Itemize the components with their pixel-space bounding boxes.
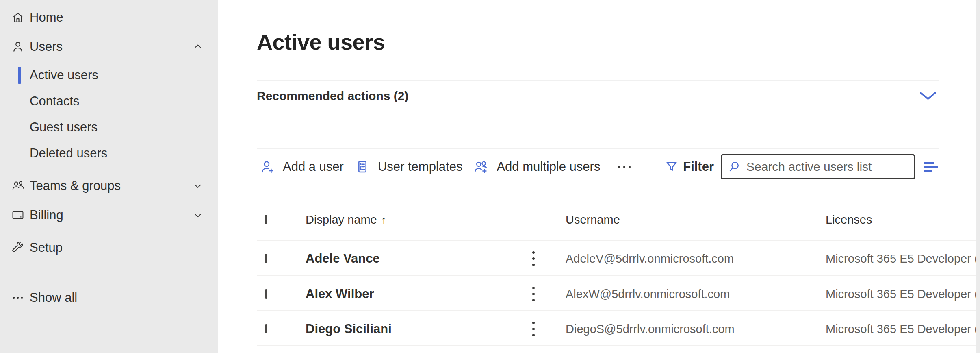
scrollbar[interactable] <box>976 0 980 353</box>
sidebar-item-contacts[interactable]: Contacts <box>0 88 218 114</box>
more-ellipsis-icon[interactable] <box>616 162 633 172</box>
sidebar-item-setup[interactable]: Setup <box>0 235 218 261</box>
divider <box>257 80 939 81</box>
main-content: Active users Recommended actions (2) <box>218 0 980 353</box>
sidebar-item-deleted-users[interactable]: Deleted users <box>0 140 218 166</box>
user-licenses: Microsoft 365 E5 Developer (without Wind… <box>826 252 980 265</box>
sort-ascending-arrow-icon: ↑ <box>381 214 387 226</box>
row-checkbox[interactable] <box>265 289 267 299</box>
sidebar-item-label: Guest users <box>30 120 98 135</box>
row-checkbox[interactable] <box>265 254 267 263</box>
actions-toolbar: Add a user User tem <box>257 153 939 181</box>
table-row: Alex Wilber AlexW@5drrlv.onmicrosoft.com… <box>257 276 980 312</box>
add-multiple-users-button[interactable]: Add multiple users <box>473 159 600 175</box>
row-more-actions-kebab-icon[interactable] <box>528 284 539 304</box>
sidebar-item-label: Deleted users <box>30 146 107 161</box>
sidebar: Home Users Active users Contacts Guest u… <box>0 0 218 353</box>
row-checkbox[interactable] <box>265 324 267 333</box>
column-header-username[interactable]: Username <box>566 213 620 227</box>
chevron-up-icon <box>193 41 203 52</box>
table-row: Adele Vance AdeleV@5drrlv.onmicrosoft.co… <box>257 241 980 276</box>
select-all-checkbox[interactable] <box>265 215 267 224</box>
add-user-button[interactable]: Add a user <box>259 159 344 175</box>
column-header-licenses[interactable]: Licenses <box>826 213 872 227</box>
sort-lines-icon[interactable] <box>922 159 939 175</box>
sidebar-item-label: Home <box>30 10 63 25</box>
sidebar-item-label: Contacts <box>30 94 79 109</box>
selected-indicator <box>18 67 21 84</box>
filter-button[interactable]: Filter <box>664 159 714 174</box>
sidebar-item-label: Show all <box>30 290 77 305</box>
search-box <box>721 154 915 179</box>
sidebar-item-label: Billing <box>30 208 63 222</box>
row-more-actions-kebab-icon[interactable] <box>528 319 539 339</box>
filter-funnel-icon <box>664 159 679 174</box>
people-icon <box>11 179 25 193</box>
user-licenses: Microsoft 365 E5 Developer (without Wind… <box>826 287 980 301</box>
person-add-icon <box>259 159 275 175</box>
sidebar-item-label: Active users <box>30 68 98 83</box>
sidebar-item-label: Users <box>30 39 63 54</box>
sidebar-item-billing[interactable]: Billing <box>0 202 218 228</box>
chevron-down-icon <box>193 181 203 191</box>
recommended-actions-heading: Recommended actions (2) <box>257 89 408 103</box>
people-add-icon <box>473 159 489 175</box>
divider <box>257 345 980 346</box>
sidebar-item-active-users[interactable]: Active users <box>0 62 218 88</box>
sidebar-item-label: Teams & groups <box>30 179 121 193</box>
user-username: DiegoS@5drrlv.onmicrosoft.com <box>566 322 735 336</box>
search-icon <box>727 159 742 174</box>
user-display-name[interactable]: Alex Wilber <box>306 287 374 301</box>
template-icon <box>354 159 371 175</box>
user-templates-button[interactable]: User templates <box>354 159 462 175</box>
search-input[interactable] <box>746 159 909 174</box>
home-icon <box>11 10 25 25</box>
sidebar-item-home[interactable]: Home <box>0 4 218 31</box>
user-display-name[interactable]: Diego Siciliani <box>306 322 392 336</box>
sidebar-item-guest-users[interactable]: Guest users <box>0 114 218 140</box>
sidebar-item-teams-groups[interactable]: Teams & groups <box>0 173 218 199</box>
divider <box>257 148 939 149</box>
chevron-down-icon <box>193 210 203 220</box>
sidebar-item-label: Setup <box>30 240 63 255</box>
page-title: Active users <box>257 29 385 54</box>
table-row: Diego Siciliani DiegoS@5drrlv.onmicrosof… <box>257 311 980 346</box>
user-username: AdeleV@5drrlv.onmicrosoft.com <box>566 252 734 265</box>
user-icon <box>11 39 25 54</box>
row-more-actions-kebab-icon[interactable] <box>528 249 539 268</box>
sidebar-item-users[interactable]: Users <box>0 34 218 60</box>
recommended-actions-expand-chevron-icon[interactable] <box>917 89 939 102</box>
sidebar-divider <box>15 278 206 278</box>
user-username: AlexW@5drrlv.onmicrosoft.com <box>566 287 730 301</box>
column-header-display-name[interactable]: Display name <box>306 213 377 226</box>
user-display-name[interactable]: Adele Vance <box>306 251 380 266</box>
sidebar-item-show-all[interactable]: Show all <box>0 285 218 311</box>
table-header: Display name↑ Username Licenses <box>257 203 980 236</box>
ellipsis-icon <box>11 290 25 305</box>
user-licenses: Microsoft 365 E5 Developer (without Wind… <box>826 322 980 336</box>
wrench-icon <box>11 240 25 255</box>
credit-card-icon <box>11 208 25 222</box>
